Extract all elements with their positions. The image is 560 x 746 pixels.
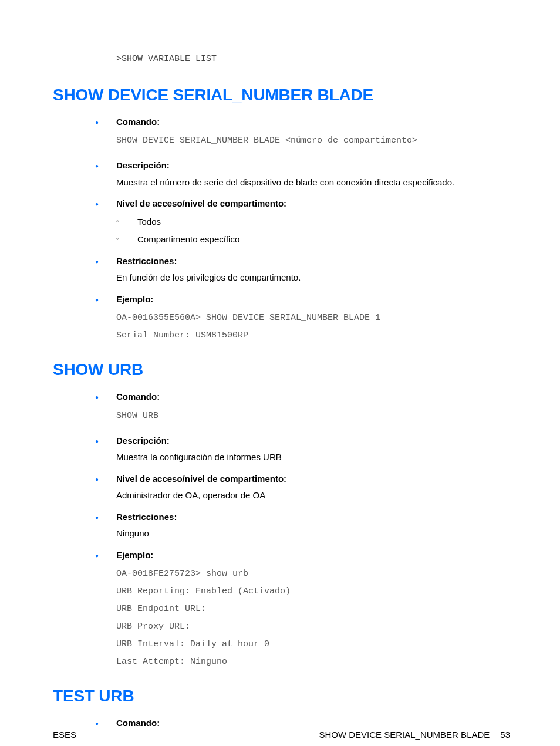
body-text: En función de los privilegios de compart… [116, 271, 510, 285]
sub-bullet-item: Compartimento específico [116, 233, 510, 247]
sub-bullet-list: Todos Compartimento específico [116, 215, 510, 247]
body-text: Administrador de OA, operador de OA [116, 489, 510, 502]
bullet-item: Ejemplo: OA-0018FE275723> show urb URB R… [95, 549, 510, 671]
bullet-label: Comando: [116, 390, 510, 404]
body-text: Muestra el número de serie del dispositi… [116, 176, 510, 190]
bullet-list: Comando: SHOW DEVICE SERIAL_NUMBER BLADE… [95, 116, 510, 345]
body-text: Ninguno [116, 527, 510, 541]
bullet-item: Nivel de acceso/nivel de compartimento: … [95, 197, 510, 247]
code-block: OA-0016355E560A> SHOW DEVICE SERIAL_NUMB… [116, 309, 510, 345]
footer-right: SHOW DEVICE SERIAL_NUMBER BLADE 53 [319, 728, 510, 742]
bullet-label: Ejemplo: [116, 293, 510, 306]
footer-left: ESES [53, 728, 76, 742]
bullet-item: Descripción: Muestra la configuración de… [95, 434, 510, 464]
bullet-item: Restricciones: Ninguno [95, 511, 510, 541]
bullet-label: Descripción: [116, 434, 510, 448]
page-footer: ESES SHOW DEVICE SERIAL_NUMBER BLADE 53 [53, 728, 510, 742]
body-text: Muestra la configuración de informes URB [116, 451, 510, 464]
bullet-label: Restricciones: [116, 511, 510, 524]
bullet-label: Nivel de acceso/nivel de compartimento: [116, 472, 510, 486]
document-page: >SHOW VARIABLE LIST SHOW DEVICE SERIAL_N… [0, 0, 560, 746]
sub-bullet-item: Todos [116, 215, 510, 229]
footer-page-number: 53 [500, 728, 510, 742]
code-block: SHOW URB [116, 407, 510, 425]
bullet-label: Restricciones: [116, 255, 510, 268]
bullet-item: Comando: SHOW DEVICE SERIAL_NUMBER BLADE… [95, 116, 510, 150]
bullet-label: Descripción: [116, 159, 510, 173]
heading-show-urb: SHOW URB [53, 357, 510, 382]
bullet-label: Nivel de acceso/nivel de compartimento: [116, 197, 510, 211]
bullet-list: Comando: SHOW URB Descripción: Muestra l… [95, 390, 510, 671]
bullet-label: Comando: [116, 116, 510, 129]
code-block: SHOW DEVICE SERIAL_NUMBER BLADE <número … [116, 132, 510, 150]
bullet-item: Descripción: Muestra el número de serie … [95, 159, 510, 189]
footer-section-name: SHOW DEVICE SERIAL_NUMBER BLADE [319, 728, 490, 742]
bullet-item: Ejemplo: OA-0016355E560A> SHOW DEVICE SE… [95, 293, 510, 345]
pre-code-top: >SHOW VARIABLE LIST [116, 53, 510, 66]
bullet-item: Restricciones: En función de los privile… [95, 255, 510, 285]
bullet-item: Nivel de acceso/nivel de compartimento: … [95, 472, 510, 502]
code-block: OA-0018FE275723> show urb URB Reporting:… [116, 565, 510, 671]
bullet-label: Ejemplo: [116, 549, 510, 562]
heading-show-device-serial-number-blade: SHOW DEVICE SERIAL_NUMBER BLADE [53, 83, 510, 107]
heading-test-urb: TEST URB [53, 684, 510, 708]
bullet-item: Comando: SHOW URB [95, 390, 510, 425]
